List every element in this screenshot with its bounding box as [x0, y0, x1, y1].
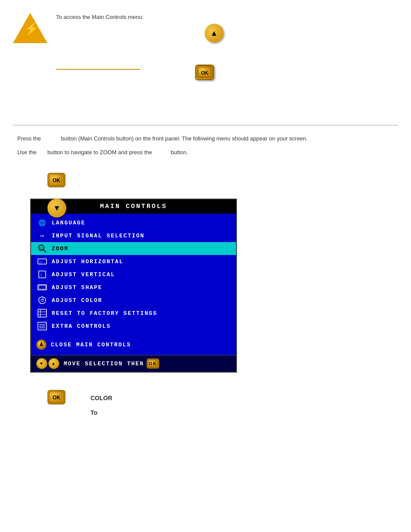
warning-triangle	[13, 13, 47, 43]
extra-label: EXTRA CONTROLS	[52, 323, 111, 330]
top-section: ▲ OK To access the Main Controls menu:	[0, 0, 411, 125]
svg-text:🌐: 🌐	[38, 219, 47, 227]
osd-item-color[interactable]: ADJUST COLOR	[31, 294, 236, 307]
color-text: COLOR	[90, 393, 394, 404]
zoom-label: ZOOM	[52, 246, 68, 252]
osd-spacer	[31, 333, 236, 337]
osd-close-row[interactable]: CLOSE MAIN CONTROLS	[31, 337, 236, 352]
middle-text-2: Use the button to navigate to ZOOM and p…	[17, 148, 394, 157]
down-button[interactable]: ▼	[47, 199, 66, 218]
horizontal-label: ADJUST HORIZONTAL	[52, 258, 124, 265]
shape-label: ADJUST SHAPE	[52, 284, 103, 291]
osd-item-vertical[interactable]: ↕ ADJUST VERTICAL	[31, 268, 236, 281]
horizontal-icon: ↔	[36, 257, 48, 266]
top-text-p1: To access the Main Controls menu:	[56, 13, 394, 22]
footer-down-icon: ▼	[36, 358, 47, 369]
osd-item-language[interactable]: 🌐 LANGUAGE	[31, 216, 236, 229]
down-arrow-icon[interactable]: ▼	[47, 199, 66, 218]
color-label: ADJUST COLOR	[52, 297, 103, 304]
osd-item-extra[interactable]: EXTRA CONTROLS	[31, 320, 236, 333]
to-text: To	[90, 408, 394, 418]
extra-icon	[36, 321, 48, 331]
footer-up-icon: ▲	[48, 358, 59, 369]
color-label-text: COLOR	[90, 395, 112, 401]
below-text: COLOR To	[90, 393, 394, 418]
shape-icon	[36, 283, 48, 292]
osd-item-zoom[interactable]: + ZOOM	[31, 242, 236, 255]
reset-icon	[36, 308, 48, 318]
osd-item-input[interactable]: ⇒ INPUT SIGNAL SELECTION	[31, 229, 236, 242]
svg-text:OK: OK	[53, 177, 60, 184]
input-icon: ⇒	[36, 231, 48, 240]
close-label: CLOSE MAIN CONTROLS	[51, 342, 131, 348]
top-text-p4	[56, 50, 394, 59]
ok-button-mid[interactable]: OK	[47, 173, 65, 189]
input-label: INPUT SIGNAL SELECTION	[52, 233, 145, 239]
top-text-p3	[56, 38, 394, 47]
to-label-text: To	[90, 409, 97, 416]
osd-item-horizontal[interactable]: ↔ ADJUST HORIZONTAL	[31, 255, 236, 268]
top-link: ___________________________	[56, 62, 394, 72]
below-menu-section: OK COLOR To	[0, 386, 411, 423]
svg-text:OK: OK	[53, 395, 60, 401]
top-text-p2	[56, 25, 394, 34]
footer-label: MOVE SELECTION THEN	[64, 361, 144, 367]
svg-rect-18	[38, 309, 47, 317]
osd-footer: ▼ ▲ MOVE SELECTION THEN OK	[31, 355, 236, 372]
svg-text:↔: ↔	[39, 260, 43, 264]
close-icon	[36, 339, 47, 350]
vertical-label: ADJUST VERTICAL	[52, 271, 115, 278]
osd-menu: MAIN CONTROLS 🌐 LANGUAGE ⇒ INPUT SIGNAL …	[30, 199, 237, 373]
footer-ok-icon: OK	[146, 358, 159, 369]
language-label: LANGUAGE	[52, 220, 85, 226]
svg-rect-15	[39, 286, 46, 289]
svg-text:↕: ↕	[40, 273, 44, 277]
middle-section: Press the button (Main Controls button) …	[0, 125, 411, 194]
zoom-icon: +	[36, 244, 48, 253]
reset-label: RESET TO FACTORY SETTINGS	[52, 310, 157, 317]
osd-items: 🌐 LANGUAGE ⇒ INPUT SIGNAL SELECTION + ZO…	[31, 214, 236, 355]
language-icon: 🌐	[36, 218, 48, 227]
warning-icon	[13, 13, 47, 43]
svg-line-8	[44, 250, 46, 252]
color-icon	[36, 296, 48, 305]
top-text-area: To access the Main Controls menu: ______…	[56, 13, 394, 75]
top-link-text: ___________________________	[56, 63, 140, 70]
svg-text:+: +	[40, 246, 43, 251]
osd-item-reset[interactable]: RESET TO FACTORY SETTINGS	[31, 307, 236, 320]
ok-button-below[interactable]: OK	[47, 390, 65, 406]
svg-text:OK: OK	[149, 361, 157, 366]
osd-item-shape[interactable]: ADJUST SHAPE	[31, 281, 236, 294]
vertical-icon: ↕	[36, 270, 48, 279]
middle-text-1: Press the button (Main Controls button) …	[17, 134, 394, 143]
footer-nav-icons: ▼ ▲	[36, 358, 59, 369]
